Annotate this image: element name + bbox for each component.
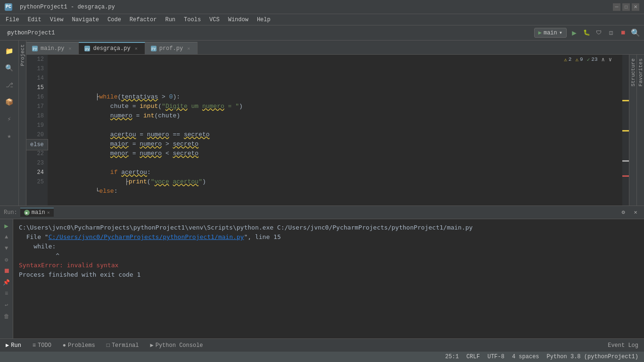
tab-label-prof: prof.py xyxy=(159,45,183,52)
maximize-button[interactable]: □ xyxy=(622,3,630,11)
run-tab-main[interactable]: ▶ main ✕ xyxy=(20,208,54,217)
scroll-up-button[interactable]: ▲ xyxy=(2,232,11,242)
python-console-label: Python Console xyxy=(156,342,203,349)
line-num-25: 25 xyxy=(30,177,44,187)
tab-desgraca-py[interactable]: py desgraça.py ✕ xyxy=(79,42,145,54)
menu-tools[interactable]: Tools xyxy=(180,16,205,24)
editor-area: py main.py ✕ py desgraça.py ✕ py prof.py… xyxy=(26,41,644,206)
menu-refactor[interactable]: Refactor xyxy=(126,16,161,24)
menu-edit[interactable]: Edit xyxy=(24,16,45,24)
settings-button[interactable]: ⚙ xyxy=(2,255,11,264)
python-version[interactable]: Python 3.8 (pythonProject1) xyxy=(547,354,638,360)
run-tab-right: ⚙ ✕ xyxy=(619,208,640,217)
line-num-14: 14 xyxy=(30,74,44,83)
encoding[interactable]: UTF-8 xyxy=(487,354,504,360)
bottom-tab-terminal[interactable]: □ Terminal xyxy=(105,341,141,350)
menu-window[interactable]: Window xyxy=(224,16,252,24)
run-output: C:\Users\jvnc0\PycharmProjects\pythonPro… xyxy=(13,219,644,338)
code-editor[interactable]: ⚠ 2 ⚠ 9 ✓ 23 ∧ ∨ 12 xyxy=(26,55,622,206)
tab-prof-py[interactable]: py prof.py ✕ xyxy=(145,42,198,54)
status-bar: 25:1 CRLF UTF-8 4 spaces Python 3.8 (pyt… xyxy=(0,352,644,362)
debug-button[interactable]: 🐛 xyxy=(582,28,591,38)
run-tab-label: main xyxy=(32,209,45,216)
favorites-side-panel[interactable]: Favorites xyxy=(636,55,644,206)
close-button[interactable]: ✕ xyxy=(632,3,639,11)
menu-vcs[interactable]: VCS xyxy=(206,16,223,24)
menu-help[interactable]: Help xyxy=(253,16,274,24)
python-console-icon: ▶ xyxy=(150,342,153,349)
problems-label: Problems xyxy=(68,342,95,349)
bottom-tab-problems[interactable]: ● Problems xyxy=(61,341,97,350)
tab-close-main[interactable]: ✕ xyxy=(67,45,73,52)
rerun-button[interactable]: ▶ xyxy=(2,221,11,230)
cursor-position[interactable]: 25:1 xyxy=(445,354,459,360)
code-line-19: acertou = numero == secreto xyxy=(51,121,619,130)
run-clear-button[interactable]: 🗑 xyxy=(2,312,11,321)
run-tab-close[interactable]: ✕ xyxy=(47,210,50,215)
stop-button[interactable]: ⏹ xyxy=(619,28,628,38)
bottom-panel: Run: ▶ main ✕ ⚙ ✕ ▶ ▲ ▼ ⚙ ⏹ 📌 ≡ ↩ 🗑 C xyxy=(0,206,644,352)
error-badge[interactable]: ⚠ 9 xyxy=(575,57,583,63)
run-config-selector[interactable]: ▶ main ▾ xyxy=(534,28,567,38)
scroll-down-button[interactable]: ▼ xyxy=(2,244,11,253)
toolbar-left: ◁ ▷ pythonProject1 xyxy=(4,28,36,38)
bottom-tab-python-console[interactable]: ▶ Python Console xyxy=(148,341,205,350)
indent-setting[interactable]: 4 spaces xyxy=(512,354,539,360)
problems-icon: ● xyxy=(63,342,66,349)
sidebar-icon-search[interactable]: 🔍 xyxy=(2,60,17,75)
menu-code[interactable]: Code xyxy=(104,16,125,24)
output-file-link[interactable]: C:/Users/jvnc0/PycharmProjects/pythonPro… xyxy=(49,233,244,240)
line-ending[interactable]: CRLF xyxy=(466,354,480,360)
error-icon: ⚠ xyxy=(575,57,578,63)
structure-side-panel[interactable]: Structure xyxy=(629,55,636,206)
code-content[interactable]: ├while(tentativas > 0): chute = input("D… xyxy=(48,55,622,206)
tab-icon-prof: py xyxy=(151,46,157,51)
run-button[interactable]: ▶ xyxy=(570,28,579,38)
line-num-16: 16 xyxy=(30,92,44,102)
scroll-mark-error xyxy=(622,175,629,177)
project-panel[interactable]: Project xyxy=(19,41,26,206)
menu-navigate[interactable]: Navigate xyxy=(68,16,103,24)
bottom-tab-run[interactable]: ▶ Run xyxy=(4,341,23,350)
profile-button[interactable]: ◫ xyxy=(606,28,616,38)
run-config-icon: ▶ xyxy=(538,29,542,36)
run-wrap-button[interactable]: ↩ xyxy=(2,300,11,310)
terminal-label: Terminal xyxy=(112,342,139,349)
run-close-icon[interactable]: ✕ xyxy=(631,208,640,217)
line-num-22: 22 xyxy=(30,149,44,158)
minimize-button[interactable]: ─ xyxy=(613,3,620,11)
tab-close-desgraca[interactable]: ✕ xyxy=(133,45,139,52)
coverage-button[interactable]: 🛡 xyxy=(594,28,603,38)
favorites-label[interactable]: Favorites xyxy=(637,55,644,90)
ok-badge[interactable]: ✓ 23 xyxy=(587,57,598,63)
collapse-icon[interactable]: ∧ xyxy=(602,56,605,63)
pin-button[interactable]: 📌 xyxy=(2,278,11,287)
window-title: pythonProject1 - desgraça.py xyxy=(20,4,115,10)
sidebar-icon-packages[interactable]: 📦 xyxy=(2,94,17,109)
title-bar: PC pythonProject1 - desgraça.py ─ □ ✕ xyxy=(0,0,644,14)
bottom-tab-todo[interactable]: ≡ TODO xyxy=(31,341,53,350)
scroll-marks xyxy=(622,55,629,206)
sidebar-icon-bookmark[interactable]: ★ xyxy=(2,128,17,143)
expand-icon[interactable]: ∨ xyxy=(609,56,612,63)
menu-file[interactable]: File xyxy=(2,16,23,24)
project-panel-label[interactable]: Project xyxy=(19,41,26,70)
window-controls[interactable]: ─ □ ✕ xyxy=(613,3,639,11)
event-log-button[interactable]: Event Log xyxy=(606,341,640,350)
sidebar-icon-folder[interactable]: 📁 xyxy=(2,43,17,58)
warning-badge[interactable]: ⚠ 2 xyxy=(564,57,571,63)
run-settings-icon[interactable]: ⚙ xyxy=(619,208,628,217)
menu-run[interactable]: Run xyxy=(161,16,179,24)
run-filter-button[interactable]: ≡ xyxy=(2,289,11,298)
tab-main-py[interactable]: py main.py ✕ xyxy=(26,42,79,54)
right-scrollbar[interactable] xyxy=(622,55,629,206)
sidebar-icon-git[interactable]: ⎇ xyxy=(2,77,17,92)
line-num-23: 23 xyxy=(30,158,44,168)
structure-label[interactable]: Structure xyxy=(629,55,637,90)
search-everywhere-icon[interactable]: 🔍 xyxy=(631,28,640,38)
tab-close-prof[interactable]: ✕ xyxy=(186,45,191,52)
menu-view[interactable]: View xyxy=(46,16,67,24)
editor-status-bar: ⚠ 2 ⚠ 9 ✓ 23 ∧ ∨ xyxy=(560,55,616,64)
sidebar-icon-run[interactable]: ⚡ xyxy=(2,111,17,126)
stop-run-button[interactable]: ⏹ xyxy=(2,266,11,276)
